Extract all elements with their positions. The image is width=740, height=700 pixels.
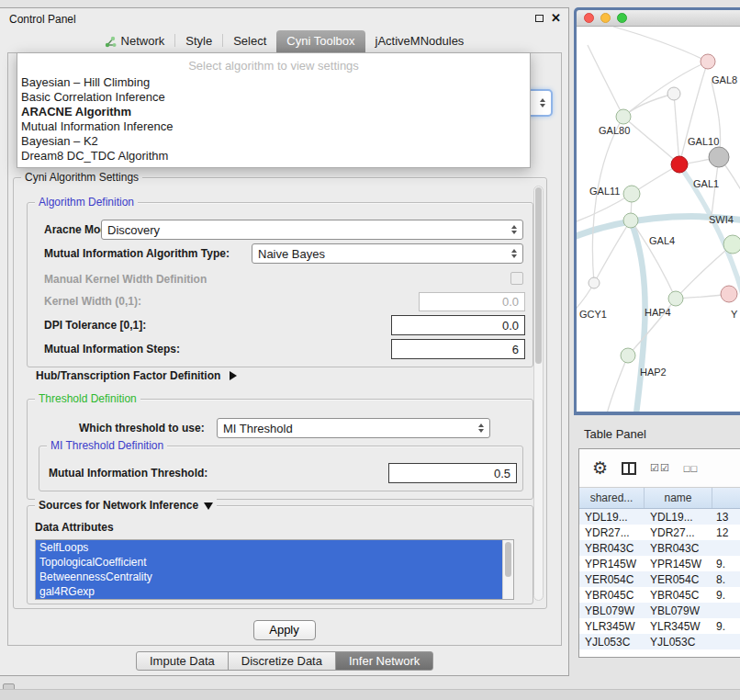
bottom-tabs: Impute Data Discretize Data Infer Networ… xyxy=(136,651,432,671)
manual-kernel-checkbox[interactable] xyxy=(510,272,523,285)
cell-name: YPR145W xyxy=(645,558,712,570)
column-header[interactable] xyxy=(712,488,740,508)
combo-arrows-icon xyxy=(511,249,517,258)
control-panel-title: Control Panel xyxy=(9,13,76,26)
network-node-label: SWI4 xyxy=(709,214,734,225)
mi-threshold-field[interactable]: 0.5 xyxy=(388,463,517,483)
network-node-label: HAP4 xyxy=(645,307,671,318)
network-canvas[interactable]: GAL8 GAL80 GAL10 GAL11 GAL1 SWI4 GAL4 GC… xyxy=(577,27,740,412)
table-row[interactable]: YDR27... YDR27... 12 xyxy=(579,525,740,540)
list-item[interactable]: SelfLoops xyxy=(36,540,502,555)
group-legend: Sources for Network Inference xyxy=(35,499,217,512)
network-node[interactable] xyxy=(709,147,729,167)
float-window-icon[interactable] xyxy=(535,15,544,22)
network-node[interactable] xyxy=(668,291,683,306)
cell-name: YBR043C xyxy=(645,542,712,555)
scrollbar-thumb[interactable] xyxy=(505,542,511,577)
group-legend: Cyni Algorithm Settings xyxy=(21,171,142,184)
list-scrollbar[interactable] xyxy=(502,540,513,599)
settings-scrollbar[interactable] xyxy=(533,186,544,601)
scrollbar-thumb[interactable] xyxy=(535,187,542,364)
list-item[interactable]: TopologicalCoefficient xyxy=(36,555,502,570)
table-row[interactable]: YLR345W YLR345W 9. xyxy=(579,618,740,634)
combo-arrows-icon xyxy=(478,423,484,433)
columns-icon[interactable] xyxy=(622,462,636,475)
network-window-titlebar[interactable] xyxy=(577,10,740,27)
table-row[interactable]: YER054C YER054C 8. xyxy=(579,571,740,587)
hub-definition-toggle[interactable]: Hub/Transcription Factor Definition xyxy=(36,369,237,382)
status-strip xyxy=(0,689,740,700)
list-item[interactable]: gal4RGexp xyxy=(36,584,502,599)
network-node-selected[interactable] xyxy=(671,156,688,173)
tab-select[interactable]: Select xyxy=(223,30,276,52)
deselect-all-checkboxes-icon[interactable]: □□ xyxy=(684,463,698,474)
dropdown-option[interactable]: Mutual Information Inference xyxy=(17,119,530,134)
tab-label: Style xyxy=(185,30,212,52)
combo-arrows-icon xyxy=(540,98,545,107)
data-attributes-list: SelfLoops TopologicalCoefficient Between… xyxy=(35,539,514,600)
network-node-label: GAL80 xyxy=(599,125,630,136)
cell-name: YBL079W xyxy=(645,604,712,617)
cell-name: YDR27... xyxy=(645,526,712,539)
mi-threshold-label: Mutual Information Threshold: xyxy=(49,467,207,480)
table-row[interactable]: YDL19... YDL19... 13 xyxy=(579,509,740,525)
cell-shared-name: YJL053C xyxy=(579,636,645,649)
table-row[interactable]: YBR043C YBR043C xyxy=(579,540,740,556)
tab-jactivemnodules[interactable]: jActiveMNodules xyxy=(365,30,475,52)
network-node[interactable] xyxy=(623,213,638,228)
network-node[interactable] xyxy=(667,87,680,100)
network-tab-icon xyxy=(105,36,117,48)
cell-shared-name: YBL079W xyxy=(579,604,645,617)
cell-name: YDL19... xyxy=(645,511,712,524)
tab-discretize-data[interactable]: Discretize Data xyxy=(228,651,336,671)
cell-name: YBR045C xyxy=(645,589,712,602)
close-window-icon[interactable]: ✕ xyxy=(551,12,561,24)
network-node[interactable] xyxy=(721,286,737,302)
mi-type-label: Mutual Information Algorithm Type: xyxy=(44,247,230,260)
table-toolbar: ⚙ ☑☑ □□ xyxy=(579,449,740,488)
table-row[interactable]: YJL053C YJL053C xyxy=(579,634,740,649)
network-node[interactable] xyxy=(623,186,640,202)
cell-value: 9. xyxy=(712,620,740,633)
sources-legend-label: Sources for Network Inference xyxy=(39,499,198,512)
gear-icon[interactable]: ⚙ xyxy=(592,459,608,477)
mi-steps-field[interactable]: 6 xyxy=(391,339,525,359)
tab-infer-network[interactable]: Infer Network xyxy=(335,651,433,671)
dropdown-option[interactable]: Bayesian – Hill Climbing xyxy=(17,75,530,90)
aracne-mode-combobox[interactable]: Discovery xyxy=(101,220,523,240)
column-header-shared-name[interactable]: shared... xyxy=(579,488,645,508)
group-legend: MI Threshold Definition xyxy=(47,439,167,452)
data-attributes-label: Data Attributes xyxy=(35,521,114,534)
network-node-label: GAL11 xyxy=(589,186,620,197)
tab-style[interactable]: Style xyxy=(175,30,222,52)
dropdown-option[interactable]: Dream8 DC_TDC Algorithm xyxy=(17,149,530,164)
table-row[interactable]: YPR145W YPR145W 9. xyxy=(579,556,740,571)
zoom-traffic-light-icon[interactable] xyxy=(617,13,627,23)
tab-network[interactable]: Network xyxy=(95,30,175,52)
list-item[interactable]: BetweennessCentrality xyxy=(36,570,502,584)
kernel-width-field[interactable]: 0.0 xyxy=(419,292,525,311)
minimize-traffic-light-icon[interactable] xyxy=(600,13,611,23)
tab-cyni-toolbox[interactable]: Cyni Toolbox xyxy=(276,30,364,52)
column-header-name[interactable]: name xyxy=(645,488,712,508)
dropdown-option-selected[interactable]: ARACNE Algorithm xyxy=(17,105,530,119)
network-node[interactable] xyxy=(589,277,600,288)
dropdown-option[interactable]: Basic Correlation Inference xyxy=(17,90,530,105)
which-threshold-combobox[interactable]: MI Threshold xyxy=(217,418,490,438)
dropdown-option[interactable]: Bayesian – K2 xyxy=(17,134,530,149)
network-node[interactable] xyxy=(616,109,631,124)
apply-button[interactable]: Apply xyxy=(253,620,316,640)
expanded-arrow-icon[interactable] xyxy=(204,502,213,510)
network-node[interactable] xyxy=(621,348,635,363)
network-node[interactable] xyxy=(723,235,740,254)
mi-type-combobox[interactable]: Naive Bayes xyxy=(252,243,523,264)
dpi-tolerance-field[interactable]: 0.0 xyxy=(391,315,525,335)
select-all-checkboxes-icon[interactable]: ☑☑ xyxy=(650,462,670,474)
cell-shared-name: YDR27... xyxy=(579,526,645,539)
tab-impute-data[interactable]: Impute Data xyxy=(136,651,229,671)
cell-shared-name: YBR043C xyxy=(579,542,645,555)
table-row[interactable]: YBL079W YBL079W xyxy=(579,603,740,618)
network-node[interactable] xyxy=(701,54,715,69)
close-traffic-light-icon[interactable] xyxy=(584,13,594,23)
table-row[interactable]: YBR045C YBR045C 9. xyxy=(579,587,740,603)
